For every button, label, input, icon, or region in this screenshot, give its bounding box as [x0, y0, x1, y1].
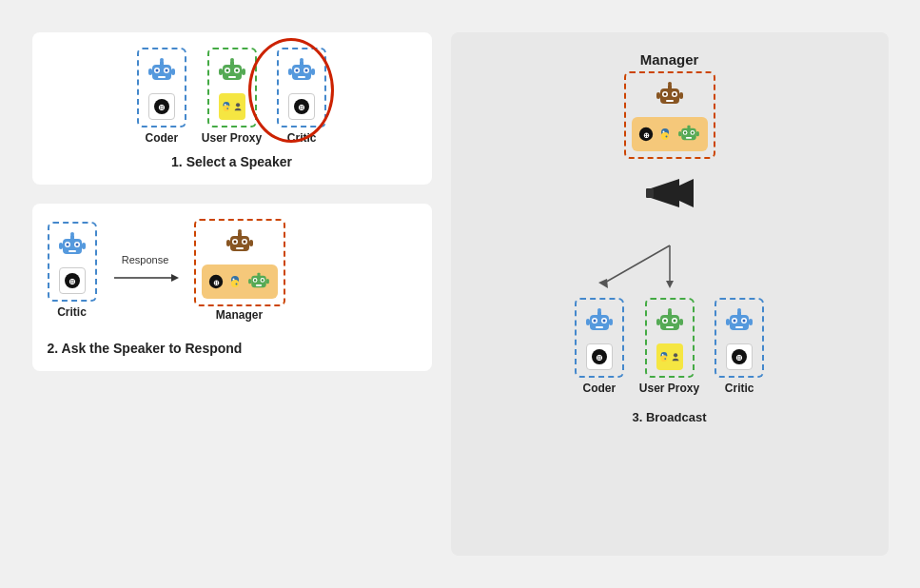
user-proxy-agent-step3: User Proxy: [639, 298, 699, 395]
step1-panel: ⊕ Coder: [32, 32, 432, 185]
broadcast-panel: Manager: [470, 51, 870, 424]
critic-tool-icon-step2: ⊕: [59, 267, 86, 294]
manager-top-label: Manager: [640, 51, 699, 68]
svg-point-136: [674, 353, 677, 357]
svg-point-19: [230, 58, 234, 62]
coder-tool-step3: ⊕: [586, 343, 613, 370]
svg-rect-100: [687, 126, 690, 129]
critic-agent-step3: ⊕ Critic: [714, 298, 764, 395]
svg-rect-47: [59, 243, 63, 249]
svg-rect-77: [265, 279, 268, 284]
svg-marker-107: [598, 279, 608, 288]
green-robot-top: [675, 121, 702, 147]
svg-rect-61: [226, 240, 230, 246]
svg-point-82: [673, 93, 675, 96]
svg-point-66: [231, 280, 239, 287]
svg-point-23: [223, 105, 229, 111]
svg-point-16: [235, 69, 238, 72]
svg-point-3: [155, 69, 158, 72]
critic-box-step2: ⊕: [48, 222, 97, 302]
critic-label-step1: Critic: [287, 131, 317, 145]
svg-point-43: [75, 244, 78, 246]
svg-point-133: [660, 355, 667, 362]
svg-point-68: [235, 284, 237, 285]
svg-point-73: [261, 279, 263, 281]
svg-point-113: [593, 320, 596, 323]
svg-point-92: [662, 131, 664, 133]
critic-robot-step3: [722, 305, 756, 340]
svg-rect-101: [678, 131, 681, 136]
svg-point-56: [233, 241, 236, 244]
manager-inner-box-step2: ⊕: [202, 265, 278, 299]
svg-point-135: [664, 358, 666, 360]
openai-icon-top: ⊕: [637, 126, 655, 143]
svg-marker-105: [679, 179, 694, 207]
svg-rect-115: [596, 326, 603, 328]
svg-rect-62: [249, 240, 253, 246]
svg-rect-99: [685, 137, 691, 139]
coder-agent-step3: ⊕ Coder: [575, 298, 624, 395]
svg-line-106: [603, 245, 670, 284]
svg-point-125: [663, 320, 666, 323]
user-proxy-robot-step3: [653, 305, 687, 340]
left-column: ⊕ Coder: [32, 32, 432, 556]
manager-inner-top: ⊕: [632, 117, 708, 151]
svg-rect-87: [679, 92, 683, 99]
user-proxy-label-step3: User Proxy: [639, 382, 699, 395]
manager-robot-icon-step2: [223, 226, 257, 261]
critic-box-step1: ⊕: [277, 48, 326, 127]
svg-rect-21: [242, 69, 245, 75]
response-arrow: Response: [112, 254, 179, 286]
svg-point-129: [668, 308, 672, 312]
manager-top-box: ⊕: [624, 71, 715, 159]
user-proxy-tool-step3: [656, 343, 683, 370]
svg-rect-127: [666, 326, 674, 328]
svg-rect-118: [586, 319, 590, 325]
manager-agent-step2: ⊕: [194, 219, 285, 322]
svg-point-25: [226, 108, 228, 109]
svg-text:⊕: ⊕: [298, 103, 305, 112]
svg-point-97: [683, 131, 685, 133]
svg-text:⊕: ⊕: [735, 353, 743, 363]
critic-robot-icon-step1: [284, 55, 319, 89]
svg-point-7: [160, 58, 164, 62]
svg-point-72: [253, 279, 255, 281]
coder-box-step3: ⊕: [575, 298, 624, 378]
response-arrow-svg: [112, 269, 179, 286]
critic-box-step3: ⊕: [714, 298, 764, 378]
svg-point-126: [673, 320, 675, 323]
manager-top: Manager: [624, 51, 715, 159]
svg-point-67: [232, 279, 234, 281]
svg-rect-9: [171, 69, 175, 75]
step1-label: 1. Select a Speaker: [171, 154, 292, 169]
green-robot-step2: [245, 268, 272, 295]
coder-label-step3: Coder: [582, 382, 616, 395]
svg-point-42: [66, 244, 69, 246]
user-proxy-robot-icon: [215, 55, 249, 89]
manager-label-step2: Manager: [216, 308, 263, 322]
svg-point-57: [243, 241, 245, 244]
svg-marker-103: [651, 179, 679, 207]
arrows-svg: [565, 241, 774, 288]
svg-rect-75: [257, 273, 260, 277]
user-proxy-box-step3: [645, 298, 695, 378]
svg-rect-74: [255, 284, 261, 286]
svg-point-30: [296, 69, 299, 72]
svg-point-60: [238, 229, 242, 233]
svg-point-4: [165, 69, 167, 72]
svg-rect-142: [735, 326, 743, 328]
critic-label-step3: Critic: [725, 382, 754, 395]
svg-rect-8: [148, 69, 152, 75]
step1-agents: ⊕ Coder: [137, 48, 326, 145]
response-label: Response: [122, 254, 169, 265]
svg-rect-36: [311, 69, 315, 75]
svg-rect-20: [219, 69, 223, 75]
svg-rect-58: [236, 247, 244, 249]
coder-tool-icon: ⊕: [148, 93, 175, 120]
user-proxy-box: [207, 48, 257, 127]
svg-point-24: [224, 104, 225, 106]
svg-text:⊕: ⊕: [158, 103, 166, 112]
svg-text:⊕: ⊕: [212, 279, 219, 287]
coder-agent: ⊕ Coder: [137, 48, 186, 145]
python-icon-top: [658, 127, 672, 141]
